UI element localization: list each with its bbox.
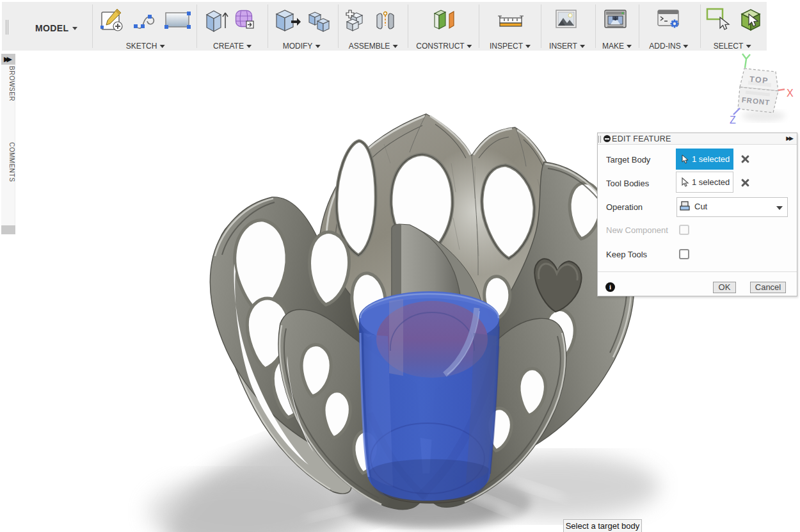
- svg-text:Z: Z: [730, 115, 736, 125]
- svg-text:X: X: [787, 88, 794, 99]
